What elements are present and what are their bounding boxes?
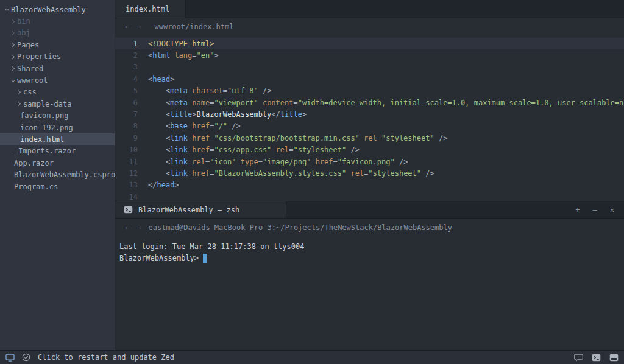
- tree-folder-sample-data[interactable]: sample-data: [0, 98, 115, 110]
- editor-column: index.html ← → wwwroot/index.html 1<!DOC…: [115, 0, 624, 350]
- feedback-icon[interactable]: [574, 354, 583, 362]
- tree-item-label: _Imports.razor: [14, 147, 76, 155]
- code-editor[interactable]: 1<!DOCTYPE html>2<html lang="en">34<head…: [115, 35, 624, 201]
- tree-item-label: wwwroot: [17, 76, 48, 85]
- code-line[interactable]: 10 <link href="css/app.css" rel="stylesh…: [115, 144, 624, 156]
- chevron-right-icon: [9, 67, 17, 70]
- tree-file-blazorwebassembly.csproj[interactable]: BlazorWebAssembly.csproj: [0, 169, 115, 180]
- line-number: 3: [115, 63, 138, 71]
- update-message[interactable]: Click to restart and update Zed: [38, 353, 174, 362]
- tree-folder-pages[interactable]: Pages: [0, 39, 115, 51]
- line-number: 8: [115, 122, 138, 130]
- tab-index-html[interactable]: index.html: [115, 0, 186, 18]
- tree-folder-css[interactable]: css: [0, 86, 115, 98]
- monitor-icon[interactable]: [609, 354, 619, 362]
- minimize-terminal-button[interactable]: —: [593, 206, 597, 214]
- line-number: 10: [115, 145, 138, 154]
- code-line[interactable]: 6 <meta name="viewport" content="width=d…: [115, 97, 624, 108]
- terminal-icon: [124, 206, 133, 214]
- tree-item-label: sample-data: [23, 100, 71, 108]
- terminal-line: Last login: Tue Mar 28 11:17:38 on ttys0…: [115, 240, 624, 252]
- chevron-right-icon: [15, 91, 23, 94]
- tree-file-_imports.razor[interactable]: _Imports.razor: [0, 145, 115, 157]
- code-line[interactable]: 5 <meta charset="utf-8" />: [115, 85, 624, 97]
- chevron-right-icon: [9, 55, 17, 58]
- chevron-right-icon: [9, 32, 17, 35]
- code-text: <head>: [138, 75, 174, 83]
- code-line[interactable]: 7 <title>BlazorWebAssembly</title>: [115, 108, 624, 120]
- line-number: 6: [115, 99, 138, 107]
- tree-item-label: favicon.png: [20, 111, 68, 120]
- code-line[interactable]: 4<head>: [115, 73, 624, 85]
- code-line[interactable]: 13</head>: [115, 180, 624, 191]
- tree-item-label: Shared: [17, 65, 43, 73]
- code-line[interactable]: 8 <base href="/" />: [115, 121, 624, 132]
- close-terminal-button[interactable]: ✕: [610, 206, 614, 214]
- code-line[interactable]: 1<!DOCTYPE html>: [115, 38, 624, 49]
- tree-file-index.html[interactable]: index.html: [0, 133, 115, 145]
- tree-file-app.razor[interactable]: App.razor: [0, 157, 115, 169]
- code-line[interactable]: 2<html lang="en">: [115, 49, 624, 61]
- code-line[interactable]: 9 <link href="css/bootstrap/bootstrap.mi…: [115, 132, 624, 144]
- tree-folder-bin[interactable]: bin: [0, 15, 115, 27]
- chevron-down-icon: [9, 80, 17, 82]
- screen-share-icon[interactable]: [5, 354, 15, 362]
- code-lines: 1<!DOCTYPE html>2<html lang="en">34<head…: [115, 38, 624, 201]
- terminal-output-area[interactable]: Last login: Tue Mar 28 11:17:38 on ttys0…: [115, 237, 624, 350]
- tree-item-label: Program.cs: [14, 183, 58, 191]
- line-number: 5: [115, 86, 138, 95]
- project-panel: BlazorWebAssemblybinobjPagesPropertiesSh…: [0, 0, 115, 350]
- tree-folder-properties[interactable]: Properties: [0, 51, 115, 63]
- code-line[interactable]: 11 <link rel="icon" type="image/png" hre…: [115, 156, 624, 167]
- code-text: <link rel="icon" type="image/png" href="…: [138, 158, 408, 166]
- code-text: <link href="css/app.css" rel="stylesheet…: [138, 145, 360, 154]
- nav-forward-button[interactable]: →: [136, 23, 141, 31]
- tree-folder-wwwroot[interactable]: wwwroot: [0, 74, 115, 86]
- code-text: <link href="css/bootstrap/bootstrap.min.…: [138, 134, 447, 142]
- code-line[interactable]: 3: [115, 61, 624, 73]
- code-line[interactable]: 12 <link href="BlazorWebAssembly.styles.…: [115, 167, 624, 179]
- tab-label: index.html: [126, 5, 169, 13]
- terminal-icon[interactable]: [592, 354, 601, 362]
- terminal-cursor: [203, 254, 207, 263]
- tree-folder-obj[interactable]: obj: [0, 27, 115, 39]
- chevron-down-icon: [2, 9, 11, 10]
- terminal-line: BlazorWebAssembly>: [115, 252, 624, 264]
- status-bar: Click to restart and update Zed: [0, 350, 624, 364]
- terminal-tab[interactable]: BlazorWebAssembly — zsh: [115, 201, 286, 218]
- tree-item-label: bin: [17, 17, 30, 26]
- terminal-breadcrumb: eastmad@Davids-MacBook-Pro-3:~/Projects/…: [148, 223, 452, 232]
- breadcrumb[interactable]: wwwroot/index.html: [154, 23, 233, 31]
- tree-file-favicon.png[interactable]: favicon.png: [0, 110, 115, 122]
- line-number: 9: [115, 134, 138, 142]
- new-terminal-button[interactable]: +: [575, 206, 580, 214]
- tree-folder-blazorwebassembly[interactable]: BlazorWebAssembly: [0, 4, 115, 15]
- editor-tab-bar: index.html: [115, 0, 624, 18]
- terminal-nav-back-button[interactable]: ←: [125, 223, 129, 232]
- code-text: <meta charset="utf-8" />: [138, 86, 271, 95]
- line-number: 1: [115, 40, 138, 48]
- tree-file-icon-192.png[interactable]: icon-192.png: [0, 122, 115, 133]
- terminal-panel: BlazorWebAssembly — zsh + — ✕ ← → eastma…: [115, 201, 624, 350]
- tree-item-label: css: [23, 88, 37, 96]
- code-line[interactable]: 14: [115, 191, 624, 201]
- line-number: 7: [115, 110, 138, 119]
- line-number: 13: [115, 181, 138, 189]
- tree-item-label: BlazorWebAssembly.csproj: [14, 170, 115, 179]
- tree-item-label: Pages: [17, 41, 39, 49]
- line-number: 2: [115, 51, 138, 60]
- terminal-output: Last login: Tue Mar 28 11:17:38 on ttys0…: [115, 240, 624, 264]
- zed-window: BlazorWebAssemblybinobjPagesPropertiesSh…: [0, 0, 624, 364]
- tree-folder-shared[interactable]: Shared: [0, 63, 115, 74]
- code-text: <meta name="viewport" content="width=dev…: [138, 99, 624, 107]
- tree-file-program.cs[interactable]: Program.cs: [0, 181, 115, 192]
- check-circle-icon[interactable]: [22, 353, 30, 362]
- terminal-breadcrumb-bar: ← → eastmad@Davids-MacBook-Pro-3:~/Proje…: [115, 219, 624, 237]
- nav-back-button[interactable]: ←: [125, 23, 129, 31]
- line-number: 14: [115, 193, 138, 201]
- code-text: <title>BlazorWebAssembly</title>: [138, 110, 307, 119]
- tree-item-label: App.razor: [14, 159, 54, 167]
- tree-item-label: index.html: [20, 135, 64, 144]
- code-text: <link href="BlazorWebAssembly.styles.css…: [138, 169, 434, 178]
- terminal-nav-forward-button[interactable]: →: [136, 223, 141, 232]
